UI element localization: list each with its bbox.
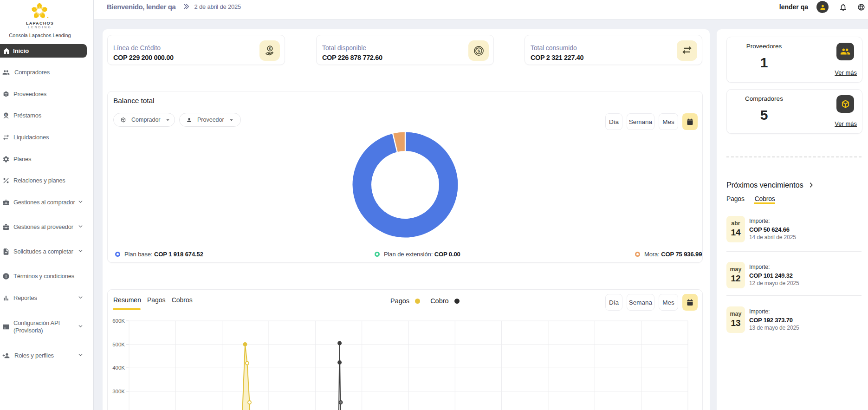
svg-text:600K: 600K: [112, 318, 125, 324]
svg-text:500K: 500K: [112, 342, 125, 347]
svg-text:$: $: [477, 48, 480, 53]
svg-text:400K: 400K: [112, 365, 125, 371]
svg-text:$: $: [269, 46, 271, 51]
svg-text:300K: 300K: [112, 389, 125, 394]
